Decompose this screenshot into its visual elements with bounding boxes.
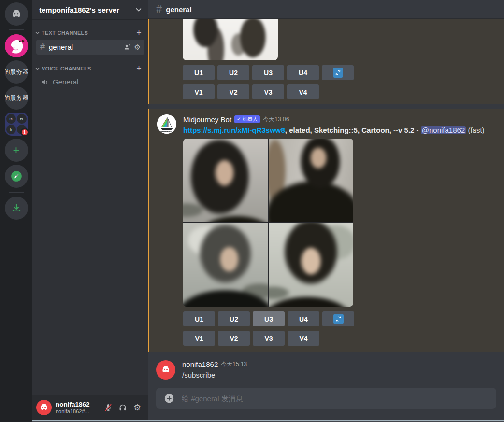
discord-logo-icon <box>10 9 23 19</box>
image-placeholder <box>269 223 353 307</box>
u1-button[interactable]: U1 <box>183 311 215 326</box>
notification-badge: 1 <box>20 128 29 137</box>
prompt-link[interactable]: https://s.mj.run/xMI-qR3sww8 <box>183 126 285 134</box>
u1-button[interactable]: U1 <box>183 65 215 80</box>
author-name[interactable]: Midjourney Bot <box>183 115 231 124</box>
timestamp: 今天15:13 <box>221 360 247 368</box>
gear-icon: ⚙ <box>133 403 141 412</box>
rail-divider <box>9 192 24 193</box>
username: nonifa1862 <box>56 401 101 408</box>
channel-settings-icon[interactable]: ⚙ <box>134 43 141 51</box>
window-edge <box>32 420 504 422</box>
u4-button[interactable]: U4 <box>288 311 319 326</box>
category-label: TEXT CHANNELS <box>42 30 136 36</box>
discord-app: 的服务器 的服务器 is ts h 1 + <box>0 0 504 422</box>
flamingo-avatar-icon <box>5 34 28 57</box>
server-header[interactable]: temponifa1862's server <box>32 0 148 20</box>
server-icon-2[interactable]: 的服务器 <box>5 86 28 110</box>
channel-sidebar: temponifa1862's server <box>32 0 148 420</box>
user-panel: nonifa1862 nonifa1862#... <box>32 395 148 420</box>
message-input-box[interactable] <box>156 388 496 409</box>
explore-servers-button[interactable] <box>5 165 28 188</box>
server-icon-label: 的服务器 <box>5 94 28 102</box>
message-gap <box>148 104 504 109</box>
chevron-down-icon <box>35 67 40 70</box>
v1-button[interactable]: V1 <box>183 331 215 346</box>
author-name[interactable]: nonifa1862 <box>182 360 218 368</box>
create-channel-button[interactable]: + <box>136 64 142 73</box>
v4-button[interactable]: V4 <box>288 331 319 346</box>
image-placeholder <box>183 223 268 307</box>
download-icon <box>11 202 22 214</box>
create-channel-button[interactable]: + <box>136 28 142 37</box>
folder-mini-server: is <box>6 114 16 124</box>
user-tag: nonifa1862#... <box>56 408 101 415</box>
rail-divider <box>9 29 24 30</box>
bot-badge: ✓ 机器人 <box>234 115 260 123</box>
hash-icon: # <box>156 3 162 15</box>
u4-button[interactable]: U4 <box>287 65 319 80</box>
fast-mode-label: (fast) <box>466 126 484 134</box>
user-avatar[interactable] <box>36 400 52 415</box>
upscale-button-row: U1 U2 U3 U4 <box>183 65 504 80</box>
generated-image-3[interactable] <box>183 223 268 307</box>
message-midjourney-grid: Midjourney Bot ✓ 机器人 今天13:06 https://s.m… <box>148 109 504 352</box>
server-icon-flamingo[interactable] <box>5 34 28 57</box>
user-avatar[interactable] <box>156 360 175 380</box>
channel-title: general <box>166 5 191 14</box>
invite-people-icon[interactable] <box>124 43 131 51</box>
voice-channel-name: General <box>53 78 78 86</box>
message-input[interactable] <box>182 394 489 403</box>
category-voice-channels[interactable]: VOICE CHANNELS + <box>32 64 148 73</box>
u3-button[interactable]: U3 <box>252 65 284 80</box>
home-button[interactable] <box>5 2 28 26</box>
v3-button[interactable]: V3 <box>253 331 285 346</box>
chevron-down-icon <box>136 8 142 12</box>
prompt-text: , elated, Sketching::5, Cartoon, --v 5.2 <box>285 126 415 134</box>
v2-button[interactable]: V2 <box>218 331 250 346</box>
user-mention[interactable]: @nonifa1862 <box>421 126 466 134</box>
server-folder[interactable]: is ts h 1 <box>5 113 28 136</box>
message-list: U1 U2 U3 U4 <box>148 19 504 383</box>
reroll-button[interactable] <box>322 65 354 80</box>
server-rail: 的服务器 的服务器 is ts h 1 + <box>0 0 32 422</box>
generated-image-2[interactable] <box>269 139 353 222</box>
u2-button[interactable]: U2 <box>217 65 249 80</box>
u2-button[interactable]: U2 <box>218 311 250 326</box>
category-text-channels[interactable]: TEXT CHANNELS + <box>32 28 148 37</box>
u3-button-hovered[interactable]: U3 <box>253 311 285 326</box>
user-identity[interactable]: nonifa1862 nonifa1862#... <box>56 401 101 415</box>
generated-image-sketch[interactable] <box>183 19 278 60</box>
upscale-button-row: U1 U2 U3 U4 <box>183 311 504 326</box>
image-placeholder <box>183 139 268 222</box>
chat-header: # general <box>148 0 504 19</box>
channel-item-general[interactable]: # general ⚙ <box>36 40 144 55</box>
generated-image-4[interactable] <box>269 223 353 307</box>
user-settings-button[interactable]: ⚙ <box>130 400 144 415</box>
message-content: https://s.mj.run/xMI-qR3sww8, elated, Sk… <box>183 125 504 135</box>
mute-microphone-button[interactable] <box>101 400 115 415</box>
server-icon-1[interactable]: 的服务器 <box>5 60 28 84</box>
v4-button[interactable]: V4 <box>287 84 319 99</box>
reroll-button[interactable] <box>322 311 354 326</box>
generated-image-1[interactable] <box>183 139 268 222</box>
add-server-button[interactable]: + <box>5 139 28 162</box>
deafen-button[interactable] <box>115 400 130 415</box>
midjourney-bot-avatar[interactable] <box>157 114 176 134</box>
download-apps-button[interactable] <box>5 197 28 220</box>
refresh-icon <box>333 314 344 324</box>
refresh-icon <box>333 68 343 78</box>
microphone-muted-icon <box>104 403 113 412</box>
v1-button[interactable]: V1 <box>183 84 215 99</box>
message-input-area <box>148 383 504 420</box>
v3-button[interactable]: V3 <box>252 84 284 99</box>
generated-image-grid[interactable] <box>183 139 353 307</box>
server-name: temponifa1862's server <box>39 6 119 14</box>
v2-button[interactable]: V2 <box>217 84 249 99</box>
voice-channel-general[interactable]: General <box>36 75 144 88</box>
channel-name: general <box>49 43 124 51</box>
chevron-down-icon <box>35 31 40 34</box>
folder-mini-server: ts <box>17 114 27 124</box>
chat-area: # general U1 U2 U3 U4 <box>148 0 504 420</box>
attach-plus-icon[interactable] <box>164 393 174 404</box>
